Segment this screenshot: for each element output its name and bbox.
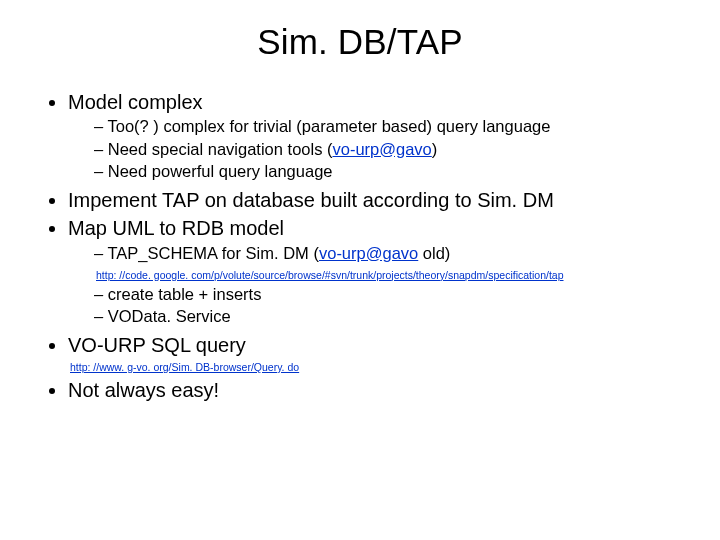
bullet-model-complex: Model complex Too(? ) complex for trivia… xyxy=(68,90,680,182)
sub-list: Too(? ) complex for trivial (parameter b… xyxy=(68,116,680,181)
volute-url-link[interactable]: http: //code. google. com/p/volute/sourc… xyxy=(40,270,680,282)
sub-vodata-service: VOData. Service xyxy=(94,306,680,327)
sub-text-post: old) xyxy=(418,244,450,262)
sub-text-post: ) xyxy=(432,140,438,158)
simdb-browser-url-link[interactable]: http: //www. g-vo. org/Sim. DB-browser/Q… xyxy=(40,362,680,374)
vo-urp-link[interactable]: vo-urp@gavo xyxy=(332,140,431,158)
sub-too-complex: Too(? ) complex for trivial (parameter b… xyxy=(94,116,680,137)
sub-text-pre: TAP_SCHEMA for Sim. DM ( xyxy=(107,244,318,262)
vo-urp-link[interactable]: vo-urp@gavo xyxy=(319,244,418,262)
sub-need-nav-tools: Need special navigation tools (vo-urp@ga… xyxy=(94,139,680,160)
sub-list: TAP_SCHEMA for Sim. DM (vo-urp@gavo old) xyxy=(68,243,680,264)
slide-title: Sim. DB/TAP xyxy=(40,22,680,62)
bullet-not-always-easy: Not always easy! xyxy=(68,378,680,402)
slide: Sim. DB/TAP Model complex Too(? ) comple… xyxy=(0,0,720,540)
bullet-list: Model complex Too(? ) complex for trivia… xyxy=(40,90,680,270)
bullet-label: Map UML to RDB model xyxy=(68,217,284,239)
bullet-label: Model complex xyxy=(68,91,203,113)
sub-create-table: create table + inserts xyxy=(94,284,680,305)
bullet-map-uml: Map UML to RDB model TAP_SCHEMA for Sim.… xyxy=(68,216,680,264)
bullet-list-cont: create table + inserts VOData. Service V… xyxy=(40,284,680,362)
bullet-vo-urp-sql: VO-URP SQL query xyxy=(68,333,680,357)
bullet-map-uml-cont: create table + inserts VOData. Service xyxy=(68,284,680,327)
bullet-list-cont2: Not always easy! xyxy=(40,378,680,406)
sub-list: create table + inserts VOData. Service xyxy=(68,284,680,327)
sub-need-query-lang: Need powerful query language xyxy=(94,161,680,182)
bullet-implement-tap: Impement TAP on database built according… xyxy=(68,188,680,212)
sub-text-pre: Need special navigation tools ( xyxy=(108,140,333,158)
sub-tap-schema: TAP_SCHEMA for Sim. DM (vo-urp@gavo old) xyxy=(94,243,680,264)
